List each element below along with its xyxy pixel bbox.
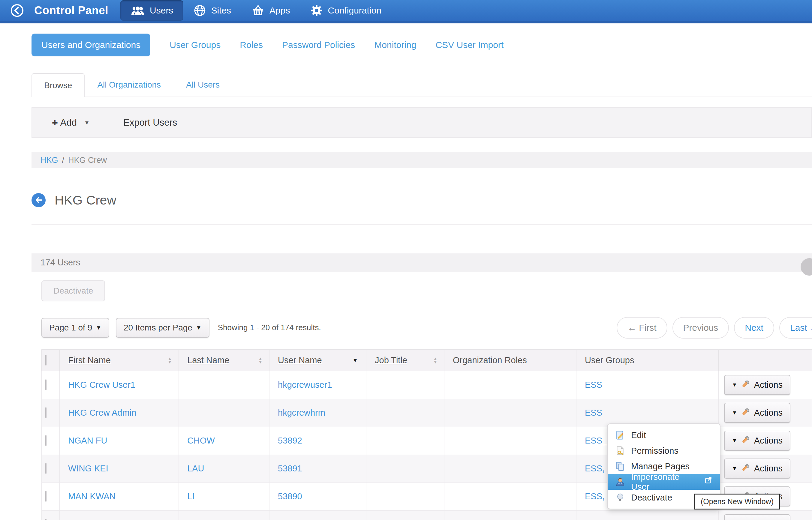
topbar-tab-apps[interactable]: Apps	[241, 0, 300, 22]
row-checkbox[interactable]	[45, 519, 47, 520]
next-page-button[interactable]: Next	[734, 317, 774, 339]
last-name-link[interactable]: LI	[187, 492, 195, 501]
opens-new-window-icon	[705, 476, 712, 484]
deactivate-icon	[615, 493, 625, 502]
sort-desc-icon: ▼	[352, 357, 358, 364]
manage-pages-icon	[615, 462, 625, 471]
topbar-tab-sites[interactable]: Sites	[183, 0, 241, 22]
user-name-link[interactable]: 53891	[278, 464, 302, 473]
wrench-icon	[741, 407, 750, 418]
chevron-down-icon: ▼	[732, 410, 737, 416]
actions-button[interactable]: ▼ Actions	[724, 514, 790, 520]
table-row: HKG Crew User1 hkgcrewuser1 ESS ▼ Action…	[42, 371, 812, 399]
subnav-item-users-and-organizations[interactable]: Users and Organizations	[31, 33, 150, 56]
row-checkbox[interactable]	[45, 463, 47, 474]
arrow-left-icon	[34, 196, 43, 204]
deactivate-button[interactable]: Deactivate	[42, 280, 105, 302]
column-header-job-title[interactable]: Job Title	[375, 355, 407, 365]
first-name-link[interactable]: HKG Crew User1	[68, 380, 135, 390]
back-button[interactable]	[31, 193, 46, 207]
menu-item-edit[interactable]: Edit	[608, 427, 720, 443]
subnav-item-user-groups[interactable]: User Groups	[170, 40, 221, 50]
toolbar: + Add ▾ Export Users	[31, 107, 812, 138]
actions-button[interactable]: ▼ Actions	[724, 375, 790, 395]
impersonate-user-icon	[615, 477, 625, 487]
breadcrumb-item-hkg[interactable]: HKG	[41, 156, 58, 165]
opens-new-window-tooltip: (Opens New Window)	[694, 494, 780, 510]
export-users-button[interactable]: Export Users	[123, 117, 177, 128]
pagination-row: Page 1 of 9 ▼ 20 Items per Page ▼ Showin…	[42, 317, 812, 339]
gear-icon	[310, 4, 323, 17]
table-header-row: First Name ▲▼ Last Name ▲▼ User Name ▼ J…	[42, 349, 812, 371]
last-name-link[interactable]: CHOW	[187, 436, 215, 445]
menu-item-label: Deactivate	[631, 493, 672, 502]
user-groups-link[interactable]: ESS	[585, 408, 602, 417]
topbar-tab-configuration[interactable]: Configuration	[300, 0, 391, 22]
add-button-label: Add	[60, 117, 77, 128]
first-name-link[interactable]: HKG Crew Admin	[68, 408, 136, 417]
tab-all-users[interactable]: All Users	[173, 73, 232, 97]
actions-button[interactable]: ▼ Actions	[724, 459, 790, 478]
row-checkbox[interactable]	[45, 379, 47, 390]
edit-icon	[615, 430, 625, 440]
actions-button[interactable]: ▼ Actions	[724, 431, 790, 451]
column-header-organization-roles: Organization Roles	[453, 355, 527, 365]
info-circle-button[interactable]	[801, 258, 812, 276]
user-name-link[interactable]: 53890	[278, 492, 302, 501]
menu-item-label: Manage Pages	[631, 462, 690, 471]
row-checkbox[interactable]	[45, 491, 47, 502]
basket-icon	[251, 4, 265, 17]
actions-button[interactable]: ▼ Actions	[724, 403, 790, 423]
last-page-button[interactable]: Last →	[779, 317, 812, 339]
table-row: MAN TING LEUNG 53889 ESS, ESS_HKG_CAS ▼ …	[42, 511, 812, 520]
column-header-user-groups: User Groups	[585, 355, 634, 365]
menu-item-impersonate-user[interactable]: Impersonate User	[608, 474, 720, 490]
select-all-checkbox[interactable]	[45, 355, 47, 366]
topbar-tabs: Users Sites Apps	[120, 0, 391, 22]
topbar-tab-users[interactable]: Users	[120, 0, 183, 21]
first-name-link[interactable]: NGAN FU	[68, 436, 107, 445]
topbar-tab-label: Apps	[270, 5, 290, 16]
pager-buttons: ← First Previous Next Last →	[617, 317, 812, 339]
app-title: Control Panel	[34, 4, 108, 17]
user-groups-link[interactable]: ESS	[585, 380, 602, 390]
column-header-user-name[interactable]: User Name	[278, 355, 322, 365]
column-header-last-name[interactable]: Last Name	[187, 355, 229, 365]
user-name-link[interactable]: hkgcrewuser1	[278, 380, 332, 390]
tab-browse[interactable]: Browse	[31, 73, 85, 97]
subnav-item-monitoring[interactable]: Monitoring	[374, 40, 416, 50]
view-tabs: Browse All Organizations All Users	[31, 73, 812, 97]
add-button[interactable]: + Add ▾	[52, 117, 88, 129]
sort-icon: ▲▼	[258, 357, 262, 364]
wrench-icon	[741, 463, 750, 474]
menu-item-permissions[interactable]: Permissions	[608, 443, 720, 459]
previous-page-button[interactable]: Previous	[673, 317, 729, 339]
actions-button-label: Actions	[754, 464, 783, 473]
user-name-link[interactable]: 53892	[278, 436, 302, 445]
control-panel-page: { "topbar": { "title": "Control Panel", …	[0, 0, 812, 520]
topbar-tab-label: Sites	[211, 5, 231, 16]
topbar-tab-label: Configuration	[328, 5, 381, 16]
user-name-link[interactable]: hkgcrewhrm	[278, 408, 325, 417]
subnav-item-roles[interactable]: Roles	[240, 40, 263, 50]
chevron-down-icon: ▼	[732, 382, 737, 388]
last-name-link[interactable]: LAU	[187, 464, 204, 473]
first-name-link[interactable]: WING KEI	[68, 464, 108, 473]
actions-button-label: Actions	[754, 380, 783, 390]
first-page-button[interactable]: ← First	[617, 317, 667, 339]
items-per-page-dropdown[interactable]: 20 Items per Page ▼	[116, 318, 209, 338]
subnav-item-csv-user-import[interactable]: CSV User Import	[435, 40, 504, 50]
row-checkbox[interactable]	[45, 407, 47, 418]
row-checkbox[interactable]	[45, 435, 47, 446]
page-selector-dropdown[interactable]: Page 1 of 9 ▼	[42, 318, 109, 338]
wrench-icon	[741, 435, 750, 446]
column-header-first-name[interactable]: First Name	[68, 355, 111, 365]
items-per-page-label: 20 Items per Page	[124, 323, 192, 333]
back-circle-icon[interactable]	[10, 4, 24, 18]
tab-all-organizations[interactable]: All Organizations	[85, 73, 173, 97]
subnav-item-password-policies[interactable]: Password Policies	[282, 40, 355, 50]
plus-icon: +	[52, 117, 58, 129]
first-name-link[interactable]: MAN KWAN	[68, 492, 116, 501]
breadcrumb: HKG / HKG Crew	[31, 152, 812, 168]
user-count-label: 174 Users	[41, 258, 80, 267]
